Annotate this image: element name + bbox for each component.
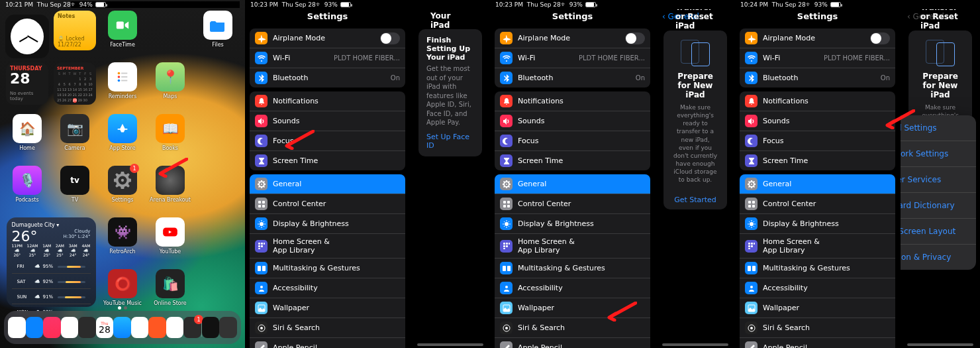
- settings-row-control-center[interactable]: Control Center: [740, 194, 895, 214]
- app-settings[interactable]: 1 Settings: [108, 166, 137, 203]
- settings-row-home-screen-app-library[interactable]: Home Screen &App Library: [740, 234, 895, 259]
- dock-app[interactable]: [219, 317, 237, 338]
- settings-row-sounds[interactable]: Sounds: [250, 111, 405, 131]
- dock-app[interactable]: [43, 317, 61, 338]
- popup-option-reset-network-settings[interactable]: Reset Network Settings: [901, 141, 976, 167]
- settings-row-general[interactable]: General: [250, 174, 405, 194]
- settings-row-notifications[interactable]: Notifications: [250, 91, 405, 111]
- notes-widget[interactable]: Notes 🔒 Locked11/27/22: [54, 11, 96, 50]
- settings-row-bluetooth[interactable]: BluetoothOn: [495, 68, 650, 87]
- settings-row-display-brightness[interactable]: Display & Brightness: [250, 214, 405, 234]
- settings-row-focus[interactable]: Focus: [740, 131, 895, 151]
- app-youtube[interactable]: YouTube: [156, 217, 185, 255]
- popup-option-reset-keyboard-dictionary[interactable]: Reset Keyboard Dictionary: [901, 193, 976, 219]
- settings-row-accessibility[interactable]: Accessibility: [250, 278, 405, 298]
- settings-row-home-screen-app-library[interactable]: Home Screen &App Library: [495, 234, 650, 259]
- dock-app[interactable]: [78, 317, 96, 338]
- settings-row-accessibility[interactable]: Accessibility: [740, 278, 895, 298]
- settings-row-multitasking-gestures[interactable]: Multitasking & Gestures: [250, 259, 405, 278]
- weather-widget[interactable]: Dumaguete City ▾ 26° Cloudy H:30° L:24° …: [7, 217, 96, 307]
- settings-row-multitasking-gestures[interactable]: Multitasking & Gestures: [740, 259, 895, 278]
- settings-detail: ‹ General Transfer or Reset iPad Prepare…: [901, 9, 980, 348]
- settings-row-focus[interactable]: Focus: [250, 131, 405, 151]
- page-dots[interactable]: [118, 306, 127, 310]
- clock-widget[interactable]: [5, 15, 49, 58]
- settings-row-home-screen-app-library[interactable]: Home Screen &App Library: [250, 234, 405, 259]
- dock-app[interactable]: [8, 317, 26, 338]
- settings-row-bluetooth[interactable]: BluetoothOn: [740, 68, 895, 87]
- app-maps[interactable]: 📍 Maps: [156, 62, 185, 99]
- settings-row-multitasking-gestures[interactable]: Multitasking & Gestures: [495, 259, 650, 278]
- app-books[interactable]: 📖 Books: [156, 114, 185, 151]
- settings-row-notifications[interactable]: Notifications: [740, 91, 895, 111]
- settings-row-apple-pencil[interactable]: Apple Pencil: [250, 338, 405, 348]
- dock-app[interactable]: [202, 317, 220, 338]
- settings-row-notifications[interactable]: Notifications: [495, 91, 650, 111]
- settings-row-wallpaper[interactable]: Wallpaper: [740, 298, 895, 318]
- settings-row-airplane-mode[interactable]: Airplane Mode: [740, 29, 895, 48]
- settings-row-airplane-mode[interactable]: Airplane Mode: [495, 29, 650, 48]
- dock-app[interactable]: [26, 317, 44, 338]
- settings-row-screen-time[interactable]: Screen Time: [495, 151, 650, 170]
- app-files[interactable]: Files: [203, 11, 232, 48]
- app-youtube-music[interactable]: ⭕ YouTube Music: [103, 269, 142, 306]
- dock-app[interactable]: [148, 317, 166, 338]
- setup-faceid-link[interactable]: Set Up Face ID: [426, 133, 474, 150]
- popup-option-subscriber-services[interactable]: Subscriber Services: [901, 167, 976, 193]
- settings-row-control-center[interactable]: Control Center: [250, 194, 405, 214]
- app-camera[interactable]: 📷 Camera: [60, 114, 89, 151]
- app-facetime[interactable]: FaceTime: [108, 11, 137, 48]
- settings-row-sounds[interactable]: Sounds: [740, 111, 895, 131]
- dock-app[interactable]: [61, 317, 79, 338]
- app-reminders[interactable]: Reminders: [108, 62, 137, 99]
- settings-row-wi-fi[interactable]: Wi-FiPLDT HOME FIBER...: [495, 48, 650, 68]
- dock-app[interactable]: 1: [183, 317, 201, 338]
- home-indicator[interactable]: [662, 343, 728, 346]
- toggle[interactable]: [380, 32, 400, 44]
- settings-row-screen-time[interactable]: Screen Time: [740, 151, 895, 170]
- dock-app[interactable]: [113, 317, 131, 338]
- settings-row-display-brightness[interactable]: Display & Brightness: [740, 214, 895, 234]
- settings-row-sounds[interactable]: Sounds: [495, 111, 650, 131]
- app-online-store[interactable]: 🛍️ Online Store: [154, 269, 187, 306]
- settings-row-wi-fi[interactable]: Wi-FiPLDT HOME FIBER...: [740, 48, 895, 68]
- dock-app[interactable]: [131, 317, 149, 338]
- settings-row-bluetooth[interactable]: BluetoothOn: [250, 68, 405, 87]
- settings-row-siri-search[interactable]: Siri & Search: [740, 318, 895, 338]
- settings-row-general[interactable]: General: [740, 174, 895, 194]
- app-podcasts[interactable]: 🎙️ Podcasts: [13, 166, 42, 203]
- get-started-link[interactable]: Get Started: [663, 190, 727, 209]
- calendar-month-widget[interactable]: SEPTEMBER SMTWTFS12345678910111213141516…: [54, 62, 96, 105]
- settings-row-control-center[interactable]: Control Center: [495, 194, 650, 214]
- home-indicator[interactable]: [417, 343, 483, 346]
- settings-row-airplane-mode[interactable]: Airplane Mode: [250, 29, 405, 48]
- settings-row-accessibility[interactable]: Accessibility: [495, 278, 650, 298]
- settings-row-general[interactable]: General: [495, 174, 650, 194]
- toggle[interactable]: [625, 32, 645, 44]
- calendar-today-widget[interactable]: THURSDAY 28 No events today: [6, 62, 48, 105]
- settings-row-wallpaper[interactable]: Wallpaper: [250, 298, 405, 318]
- settings-row-apple-pencil[interactable]: Apple Pencil: [740, 338, 895, 348]
- settings-row-wallpaper[interactable]: Wallpaper: [495, 298, 650, 318]
- app-tv[interactable]: tv TV: [60, 166, 89, 203]
- home-indicator[interactable]: [907, 343, 973, 346]
- dock-app[interactable]: [166, 317, 184, 338]
- settings-row-wi-fi[interactable]: Wi-FiPLDT HOME FIBER...: [250, 48, 405, 68]
- app-home[interactable]: 🏠 Home: [13, 114, 42, 151]
- settings-row-focus[interactable]: Focus: [495, 131, 650, 151]
- settings-row-apple-pencil[interactable]: Apple Pencil: [495, 338, 650, 348]
- app-retroarch[interactable]: 👾 RetroArch: [108, 217, 137, 255]
- popup-option-reset-home-screen-layout[interactable]: Reset Home Screen Layout: [901, 219, 976, 245]
- settings-row-screen-time[interactable]: Screen Time: [250, 151, 405, 170]
- app-appstore[interactable]: App Store: [108, 114, 137, 151]
- dock-app[interactable]: Thu28: [96, 317, 114, 338]
- toggle[interactable]: [870, 32, 890, 44]
- popup-option-reset-all-settings[interactable]: Reset All Settings: [901, 115, 976, 141]
- gear-icon: [255, 178, 268, 190]
- popup-option-reset-location-privacy[interactable]: Reset Location & Privacy: [901, 245, 976, 270]
- app-arena-breakout[interactable]: Arena Breakout: [150, 166, 191, 203]
- settings-row-display-brightness[interactable]: Display & Brightness: [495, 214, 650, 234]
- settings-row-siri-search[interactable]: Siri & Search: [495, 318, 650, 338]
- detail-title: More for Your iPad: [430, 9, 470, 30]
- settings-row-siri-search[interactable]: Siri & Search: [250, 318, 405, 338]
